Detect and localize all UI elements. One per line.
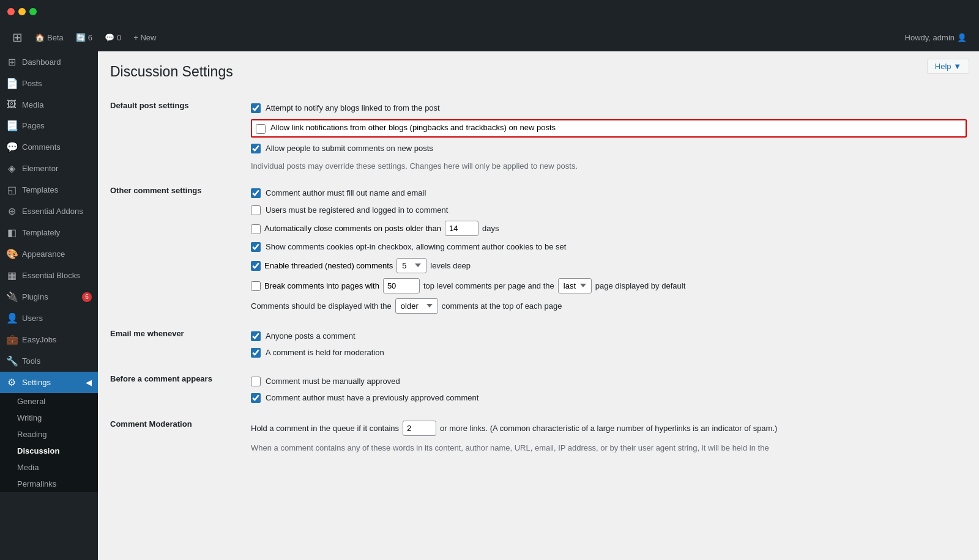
field-show-cookies: Show comments cookies opt-in checkbox, a… [251,241,967,253]
settings-submenu: General Writing Reading Discussion Media… [0,393,98,492]
comments-display-suffix: comments at the top of each page [442,301,562,311]
comments-count: 0 [117,33,121,42]
sidebar-item-plugins[interactable]: 🔌 Plugins 6 [0,286,98,308]
sidebar: ⊞ Dashboard 📄 Posts 🖼 Media 📃 Pages 💬 Co… [0,51,98,560]
section-label-email: Email me whenever [110,320,245,365]
sidebar-item-appearance[interactable]: 🎨 Appearance [0,243,98,265]
howdy-item[interactable]: Howdy, admin 👤 [899,23,973,51]
break-comments-number-input[interactable] [383,278,420,293]
threaded-depth-select[interactable]: 2345678910 [396,258,426,273]
sidebar-item-posts[interactable]: 📄 Posts [0,73,98,94]
sidebar-item-settings[interactable]: ⚙ Settings ◀ [0,372,98,393]
sidebar-label-templately: Templately [22,228,60,237]
close-button[interactable] [7,8,15,15]
essential-addons-icon: ⊕ [6,205,17,217]
submenu-item-writing[interactable]: Writing [0,410,98,426]
comments-nav-icon: 💬 [6,141,17,153]
checkbox-anyone-posts[interactable] [251,331,261,341]
checkbox-author-name-email[interactable] [251,188,261,198]
new-item[interactable]: + New [127,23,162,51]
templates-icon: ◱ [6,184,17,196]
sidebar-item-media[interactable]: 🖼 Media [0,94,98,115]
comments-item[interactable]: 💬 0 [99,23,127,51]
comments-display-prefix: Comments should be displayed with the [251,301,392,311]
label-allow-link-notifications: Allow link notifications from other blog… [270,123,556,132]
sidebar-item-templates[interactable]: ◱ Templates [0,179,98,201]
checkbox-manually-approved[interactable] [251,377,261,386]
field-previously-approved: Comment author must have a previously ap… [251,392,967,404]
sidebar-item-dashboard[interactable]: ⊞ Dashboard [0,51,98,73]
sidebar-item-tools[interactable]: 🔧 Tools [0,350,98,372]
section-other-comment-settings: Other comment settings Comment author mu… [110,177,967,320]
checkbox-break-comments[interactable] [251,281,261,291]
essential-blocks-icon: ▦ [6,270,17,281]
break-comments-page-select[interactable]: firstlast [558,278,592,293]
label-allow-comments: Allow people to submit comments on new p… [266,142,433,155]
sidebar-item-templately[interactable]: ◧ Templately [0,222,98,243]
before-field-group: Comment must be manually approved Commen… [251,372,967,404]
checkbox-held-moderation[interactable] [251,348,261,358]
checkbox-registered[interactable] [251,205,261,215]
tools-icon: 🔧 [6,355,17,367]
settings-table: Default post settings Attempt to notify … [110,92,967,459]
section-email-me-whenever: Email me whenever Anyone posts a comment… [110,320,967,365]
sidebar-item-easyjobs[interactable]: 💼 EasyJobs [0,329,98,350]
checkbox-show-cookies[interactable] [251,242,261,252]
field-allow-comments: Allow people to submit comments on new p… [251,142,967,155]
label-notify-blogs: Attempt to notify any blogs linked to fr… [266,102,440,114]
field-allow-link-notifications: Allow link notifications from other blog… [251,119,967,138]
section-label-before: Before a comment appears [110,365,245,410]
checkbox-allow-link-notifications[interactable] [256,124,266,134]
sidebar-item-users[interactable]: 👤 Users [0,308,98,329]
default-settings-note: Individual posts may override these sett… [251,161,967,171]
minimize-button[interactable] [18,8,26,15]
sidebar-item-comments[interactable]: 💬 Comments [0,136,98,158]
checkbox-auto-close[interactable] [251,224,261,234]
new-label: + New [133,33,156,42]
section-title-other: Other comment settings [110,186,202,195]
hold-words-description: When a comment contains any of these wor… [251,443,967,452]
section-fields-moderation: Hold a comment in the queue if it contai… [245,410,967,459]
checkbox-previously-approved[interactable] [251,393,261,403]
auto-close-days-input[interactable] [445,221,478,236]
sidebar-label-users: Users [22,314,43,323]
hold-queue-number-input[interactable] [403,421,436,436]
settings-icon: ⚙ [6,377,17,388]
sidebar-label-essential-blocks: Essential Blocks [22,271,80,280]
label-registered: Users must be registered and logged in t… [266,204,448,216]
sidebar-item-elementor[interactable]: ◈ Elementor [0,158,98,179]
submenu-item-discussion[interactable]: Discussion [0,443,98,459]
comments-display-select[interactable]: oldernewer [395,298,438,314]
checkbox-allow-comments[interactable] [251,144,261,153]
checkbox-notify-blogs[interactable] [251,103,261,113]
section-fields-email: Anyone posts a comment A comment is held… [245,320,967,365]
sidebar-label-pages: Pages [22,121,45,130]
submenu-item-media[interactable]: Media [0,459,98,476]
label-anyone-posts: Anyone posts a comment [266,330,355,342]
submenu-item-permalinks[interactable]: Permalinks [0,476,98,492]
updates-item[interactable]: 🔄 6 [70,23,99,51]
section-fields-before: Comment must be manually approved Commen… [245,365,967,410]
field-break-comments: Break comments into pages with top level… [251,278,967,293]
maximize-button[interactable] [29,8,37,15]
titlebar [0,0,979,23]
section-label-moderation: Comment Moderation [110,410,245,459]
sidebar-item-pages[interactable]: 📃 Pages [0,115,98,136]
sidebar-label-media: Media [22,100,43,109]
wp-logo-icon: ⊞ [12,30,23,45]
site-name-item[interactable]: 🏠 Beta [29,23,70,51]
appearance-icon: 🎨 [6,248,17,260]
label-threaded-comments: Enable threaded (nested) comments [264,261,393,270]
label-previously-approved: Comment author must have a previously ap… [266,392,478,404]
checkbox-threaded-comments[interactable] [251,261,261,271]
wp-logo-item[interactable]: ⊞ [6,23,29,51]
avatar-icon: 👤 [957,33,967,42]
section-fields-other: Comment author must fill out name and em… [245,177,967,320]
sidebar-item-essential-addons[interactable]: ⊕ Essential Addons [0,201,98,222]
sidebar-label-elementor: Elementor [22,164,58,173]
submenu-item-reading[interactable]: Reading [0,426,98,443]
sidebar-item-essential-blocks[interactable]: ▦ Essential Blocks [0,265,98,286]
help-button[interactable]: Help ▼ [927,59,969,74]
submenu-item-general[interactable]: General [0,393,98,410]
hold-queue-suffix: or more links. (A common characteristic … [440,424,777,433]
